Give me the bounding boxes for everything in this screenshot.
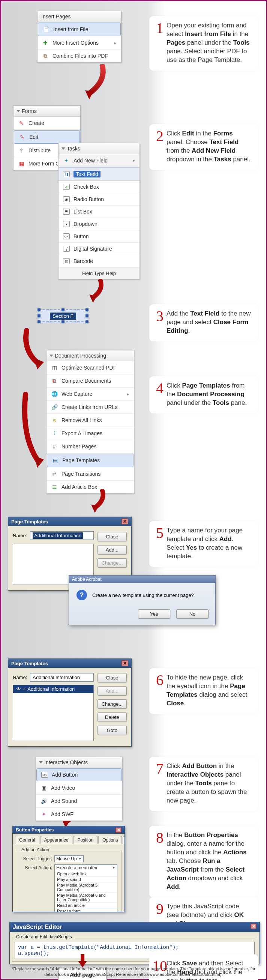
- chevron-right-icon: ▸: [127, 392, 129, 396]
- name-label: Name:: [13, 533, 27, 538]
- dp-page-templates-row[interactable]: ▤Page Templates: [47, 453, 134, 467]
- add-sound-row[interactable]: 🔊Add Sound: [36, 795, 122, 808]
- triangle-down-icon: [62, 148, 65, 150]
- dp-row[interactable]: 🌐Web Capture▸: [46, 388, 134, 401]
- row-label: Optimize Scanned PDF: [62, 365, 116, 371]
- dp-row[interactable]: ⎋Remove All Links: [46, 414, 134, 427]
- row-label: Radio Button: [73, 196, 104, 202]
- trigger-dropdown[interactable]: Mouse Up▼: [54, 856, 84, 862]
- arrow-icon: [87, 489, 110, 515]
- transitions-icon: ⇄: [51, 471, 58, 477]
- close-icon[interactable]: ✕: [251, 924, 256, 929]
- field-type-sig[interactable]: ʃDigital Signature: [59, 243, 140, 255]
- change-button[interactable]: Change...: [97, 699, 127, 709]
- action-value: Execute a menu item: [56, 865, 99, 870]
- panel-header: Forms: [13, 106, 80, 117]
- field-type-checkbox[interactable]: ✓Check Box: [59, 181, 140, 193]
- field-type-help[interactable]: Field Type Help: [59, 267, 140, 279]
- forms-create-row[interactable]: ✎Create: [13, 117, 80, 130]
- step-number: 4: [152, 382, 164, 407]
- forms-edit-row[interactable]: ✎Edit: [14, 130, 80, 144]
- step-number: 8: [152, 831, 164, 891]
- name-field[interactable]: Additional Information: [30, 531, 94, 540]
- close-button[interactable]: Close: [97, 673, 127, 682]
- action-option[interactable]: Open a web link: [55, 871, 117, 877]
- question-icon: ?: [76, 590, 87, 600]
- tab-actions[interactable]: Actions: [122, 836, 125, 844]
- no-button[interactable]: No: [176, 609, 208, 619]
- yes-button[interactable]: Yes: [138, 609, 170, 619]
- eye-icon[interactable]: 👁: [15, 686, 21, 692]
- close-icon[interactable]: ✕: [116, 827, 121, 832]
- combine-files-row[interactable]: ⧉ Combine Files into PDF: [38, 49, 121, 62]
- action-dropdown[interactable]: Execute a menu item▼: [54, 864, 118, 871]
- panel-title: Forms: [22, 108, 37, 114]
- dp-row[interactable]: #Number Pages: [46, 440, 134, 453]
- link-icon: 🔗: [51, 404, 58, 410]
- add-new-field-row[interactable]: ✦ Add New Field ▾: [59, 154, 140, 167]
- caret-down-icon: ▼: [78, 857, 82, 861]
- change-button[interactable]: Change...: [97, 558, 127, 568]
- add-button[interactable]: Add...: [97, 545, 127, 555]
- tab-general[interactable]: General: [15, 836, 40, 844]
- fieldset-legend: Create and Edit JavaScripts: [14, 934, 73, 939]
- add-swf-row[interactable]: ✦Add SWF: [36, 808, 122, 821]
- step-text: Click Add Button in the Interactive Obje…: [167, 762, 251, 805]
- row-label: Add Video: [51, 785, 75, 791]
- arrow-icon: [86, 279, 108, 305]
- list-item-label: Additional Information: [28, 686, 75, 692]
- name-value: Additional Information: [33, 532, 83, 539]
- field-type-listbox[interactable]: ≣List Box: [59, 205, 140, 218]
- dp-row[interactable]: ◫Optimize Scanned PDF: [46, 361, 134, 374]
- step-text: Type a name for your page template and c…: [167, 527, 251, 561]
- field-type-barcode[interactable]: ▥Barcode: [59, 255, 140, 267]
- template-icon: ▤: [52, 457, 59, 464]
- optimize-icon: ◫: [51, 364, 58, 371]
- insert-from-file-row[interactable]: 📄 Insert from File: [38, 22, 121, 36]
- field-type-text[interactable]: T▮Text Field: [59, 167, 140, 181]
- dp-row[interactable]: ⇄Page Transitions: [46, 468, 134, 480]
- template-list[interactable]: 👁 ▫ Additional Information: [13, 685, 94, 741]
- action-option[interactable]: Reset a form: [55, 908, 117, 912]
- field-type-radio[interactable]: ◉Radio Button: [59, 193, 140, 205]
- action-option[interactable]: Play Media (Acrobat 6 and Later Compatib…: [55, 892, 117, 903]
- name-field[interactable]: Additional Information: [30, 673, 94, 682]
- dp-row[interactable]: ⧉Compare Documents: [46, 374, 134, 388]
- close-icon[interactable]: ✕: [121, 519, 128, 525]
- action-options-list[interactable]: Open a web link Play a sound Play Media …: [54, 871, 118, 912]
- action-option[interactable]: Read an article: [55, 903, 117, 908]
- row-label: Barcode: [73, 258, 93, 264]
- add-button[interactable]: Add...: [97, 686, 127, 695]
- close-icon[interactable]: ✕: [121, 660, 128, 667]
- tab-position[interactable]: Position: [73, 836, 97, 844]
- action-option[interactable]: Play a sound: [55, 877, 117, 883]
- delete-button[interactable]: Delete: [97, 713, 127, 722]
- chevron-down-icon: ▾: [133, 158, 135, 163]
- goto-button[interactable]: Goto: [97, 725, 127, 735]
- dp-row[interactable]: 🔗Create Links from URLs: [46, 401, 134, 414]
- tab-options[interactable]: Options: [98, 836, 122, 844]
- row-label: Distribute: [29, 148, 51, 153]
- tab-appearance[interactable]: Appearance: [40, 836, 73, 844]
- sound-icon: 🔊: [40, 798, 47, 804]
- field-type-button[interactable]: OKButton: [59, 231, 140, 243]
- dialog-title: Page Templates: [11, 661, 48, 667]
- text-field-widget[interactable]: Section F: [39, 310, 87, 322]
- more-insert-options-row[interactable]: ✚ More Insert Options ▸: [38, 37, 121, 49]
- arrow-icon: [80, 64, 110, 105]
- add-button-row[interactable]: OKAdd Button: [37, 768, 122, 781]
- close-button[interactable]: Close: [97, 532, 127, 541]
- add-video-row[interactable]: ▣Add Video: [36, 781, 122, 795]
- action-option[interactable]: Play Media (Acrobat 5 Compatible): [55, 883, 117, 892]
- button-icon: OK: [41, 772, 48, 778]
- page-plus-icon: 📄: [43, 26, 49, 33]
- page-icon: ▫: [24, 686, 25, 692]
- step-4: 4 Click Page Templates from the Document…: [149, 376, 258, 414]
- create-icon: ✎: [18, 120, 25, 126]
- row-label: Text Field: [73, 171, 100, 177]
- field-type-dropdown[interactable]: ▾Dropdown: [59, 218, 140, 231]
- dp-row[interactable]: ⤴Export All Images: [46, 427, 134, 440]
- step-7: 7 Click Add Button in the Interactive Ob…: [149, 757, 258, 811]
- distribute-icon: ⇪: [18, 147, 25, 154]
- row-label: Compare Documents: [62, 378, 111, 384]
